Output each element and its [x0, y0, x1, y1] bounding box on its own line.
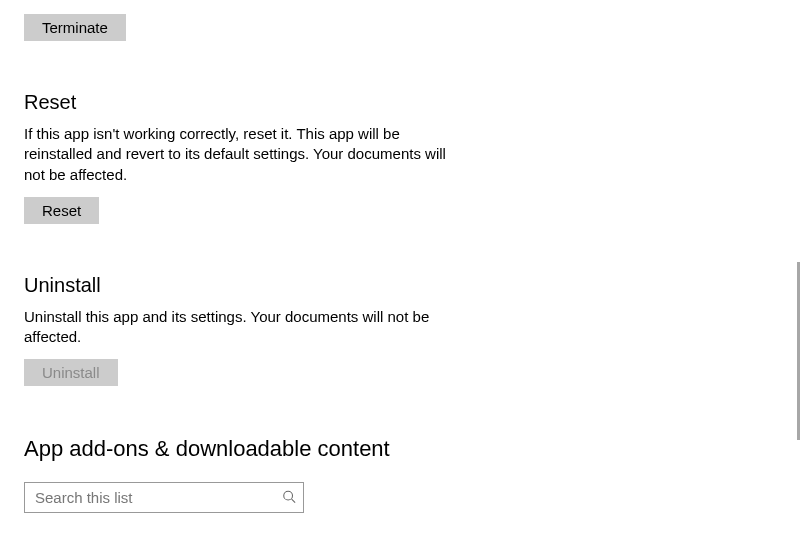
terminate-button[interactable]: Terminate [24, 14, 126, 41]
reset-section: Reset If this app isn't working correctl… [24, 91, 460, 226]
uninstall-section: Uninstall Uninstall this app and its set… [24, 274, 460, 389]
reset-description: If this app isn't working correctly, res… [24, 124, 454, 185]
reset-button[interactable]: Reset [24, 197, 99, 224]
addons-heading: App add-ons & downloadable content [24, 436, 460, 462]
reset-heading: Reset [24, 91, 460, 114]
search-wrap [24, 482, 304, 513]
search-input[interactable] [24, 482, 304, 513]
uninstall-description: Uninstall this app and its settings. You… [24, 307, 454, 348]
uninstall-button: Uninstall [24, 359, 118, 386]
uninstall-heading: Uninstall [24, 274, 460, 297]
